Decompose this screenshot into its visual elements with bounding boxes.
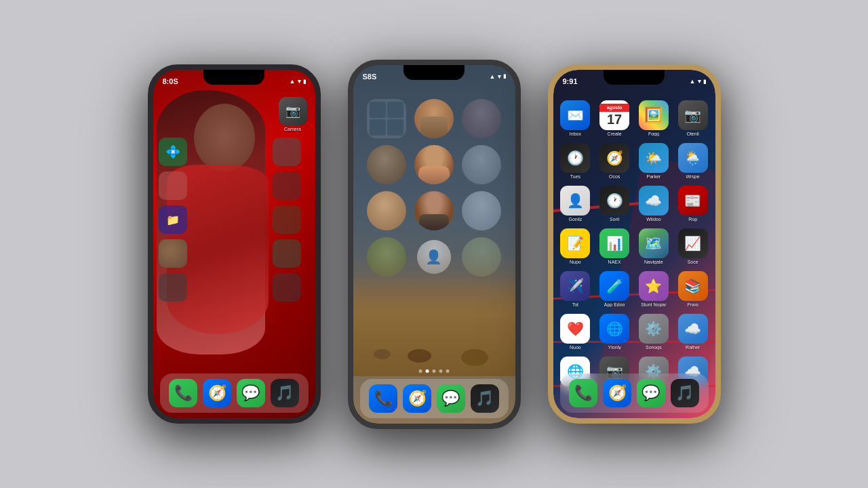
app-wrapper-contacts[interactable]: 👤 Gonilz xyxy=(557,186,594,222)
dock-safari-center[interactable]: 🧭 xyxy=(403,384,431,413)
app-label-weather3: Wildoo xyxy=(646,217,660,222)
dot-1 xyxy=(419,369,422,373)
right-app-grid: ✉️ Inbox agosto 17 Create 🖼️ Fogg 📷 Ot xyxy=(557,100,711,396)
app-wrapper-health[interactable]: ❤️ Nuoo xyxy=(557,314,594,350)
dock-center: 📞 🧭 💬 🎵 xyxy=(360,379,509,418)
app-r3[interactable] xyxy=(273,205,301,234)
contact-5[interactable] xyxy=(367,191,408,230)
avatar-3 xyxy=(367,145,406,184)
avatar-person-2 xyxy=(414,191,454,230)
dock-music-left[interactable]: 🎵 xyxy=(271,379,299,407)
app-wrapper-maps[interactable]: 🗺️ Navigate xyxy=(635,228,672,264)
app-label-weather1: Parker xyxy=(647,174,661,179)
app-r1[interactable] xyxy=(273,138,301,166)
status-icons-right: ▲ ▾ ▮ xyxy=(690,78,706,85)
app-2[interactable] xyxy=(159,171,187,200)
app-icon-weather3: ☁️ xyxy=(639,186,669,216)
phone-center: S8S ▲ ▾ ▮ xyxy=(348,60,521,429)
contact-folder[interactable] xyxy=(367,99,408,138)
app-wrapper-weather3[interactable]: ☁️ Wildoo xyxy=(635,186,672,222)
app-icon-itunes: ⭐ xyxy=(639,271,669,301)
app-wrapper-mail[interactable]: ✉️ Inbox xyxy=(557,100,594,136)
right-apps-col xyxy=(273,138,310,302)
dock-phone-right[interactable]: 📞 xyxy=(569,379,597,407)
app-wrapper-weather2[interactable]: 🌦️ Wrspe xyxy=(675,143,711,179)
dock-phone-center[interactable]: 📞 xyxy=(369,384,397,413)
wifi-icon-right: ▾ xyxy=(698,78,701,85)
app-icon-weather2: 🌦️ xyxy=(678,143,708,173)
app-wrapper-photos[interactable]: 🖼️ Fogg xyxy=(635,100,672,136)
app-5[interactable] xyxy=(159,273,187,302)
app-r4[interactable] xyxy=(273,239,301,268)
signal-icon-right: ▲ xyxy=(690,78,696,85)
app-wrapper-news[interactable]: 📰 Rop xyxy=(675,186,711,222)
app-icon-contacts: 👤 xyxy=(560,186,590,216)
contact-3[interactable] xyxy=(367,145,408,184)
dock-phone-left[interactable]: 📞 xyxy=(169,379,197,407)
contact-person-2[interactable] xyxy=(414,191,454,230)
phone-left: 8:0S ▲ ▾ ▮ 📷 Camera xyxy=(148,64,321,424)
app-wrapper-rather[interactable]: ☁️ Rather xyxy=(675,314,711,350)
app-wrapper-camera[interactable]: 📷 Otenll xyxy=(675,100,711,136)
app-photo1[interactable] xyxy=(159,239,187,268)
dot-2 xyxy=(426,369,429,373)
app-wrapper-settings[interactable]: ⚙️ Sonogs xyxy=(635,314,672,350)
avatar-4 xyxy=(462,145,501,184)
time-center: S8S xyxy=(363,73,377,81)
avatar-shoulders-1 xyxy=(418,166,450,184)
dock-safari-left[interactable]: 🧭 xyxy=(203,379,231,407)
app-wrapper-tot[interactable]: ✈️ Tot xyxy=(557,271,594,307)
app-icon-weather1: 🌤️ xyxy=(639,143,669,173)
app-wrapper-stocks[interactable]: 📈 Soce xyxy=(675,228,711,264)
notch-right xyxy=(604,70,665,85)
app-wrapper-books[interactable]: 📚 Fnoo xyxy=(675,271,711,307)
battery-icon-left: ▮ xyxy=(303,79,306,85)
app-r5[interactable] xyxy=(273,273,301,302)
app-icon-compass: 🧭 xyxy=(599,143,629,173)
contact-person-1[interactable] xyxy=(414,145,454,184)
contact-6[interactable] xyxy=(461,191,502,230)
app-icon-camera: 📷 xyxy=(678,100,708,130)
app-wrapper-clock2[interactable]: 🕐 Soril xyxy=(596,186,633,222)
app-wrapper-translate[interactable]: 🌐 Ylonly xyxy=(596,314,633,350)
app-r2[interactable] xyxy=(273,171,301,200)
app-wrapper-notes[interactable]: 📝 Nupo xyxy=(557,228,594,264)
app-icon-books: 📚 xyxy=(678,271,708,301)
app-wrapper-compass[interactable]: 🧭 Ocos xyxy=(596,143,633,179)
dock-safari-right[interactable]: 🧭 xyxy=(603,379,631,407)
app-wrapper-clock[interactable]: 🕐 Tues xyxy=(557,143,594,179)
dock-messages-left[interactable]: 💬 xyxy=(237,379,265,407)
app-1[interactable]: 💠 xyxy=(159,138,187,166)
app-folder[interactable]: 📁 xyxy=(159,205,187,234)
app-label-rather: Rather xyxy=(686,345,700,350)
contact-2[interactable] xyxy=(461,99,502,138)
dock-messages-center[interactable]: 💬 xyxy=(437,384,465,413)
app-wrapper-appstore[interactable]: 🧪 App Edoo xyxy=(596,271,633,307)
app-label-itunes: Stunt Nopar xyxy=(641,302,666,307)
contact-1[interactable] xyxy=(414,99,454,138)
app-icon-maps: 🗺️ xyxy=(639,228,669,258)
calendar-month: agosto xyxy=(599,104,629,112)
dock-music-center[interactable]: 🎵 xyxy=(471,384,499,413)
app-wrapper-numbers[interactable]: 📊 NAEX xyxy=(596,228,633,264)
dock-music-right[interactable]: 🎵 xyxy=(671,379,699,407)
app-label-contacts: Gonilz xyxy=(568,217,582,222)
app-wrapper-weather1[interactable]: 🌤️ Parker xyxy=(635,143,672,179)
dock-messages-right[interactable]: 💬 xyxy=(637,379,665,407)
dock-right: 📞 🧭 💬 🎵 xyxy=(560,373,709,413)
camera-app-wrapper[interactable]: 📷 Camera xyxy=(279,97,307,131)
phone-left-body: 8:0S ▲ ▾ ▮ 📷 Camera xyxy=(148,64,321,424)
face-area xyxy=(194,104,255,171)
mars-landscape xyxy=(353,254,515,376)
contact-4[interactable] xyxy=(461,145,502,184)
app-icon-translate: 🌐 xyxy=(599,314,629,344)
app-wrapper-calendar[interactable]: agosto 17 Create xyxy=(596,100,633,136)
app-icon-clock: 🕐 xyxy=(560,143,590,173)
app-wrapper-itunes[interactable]: ⭐ Stunt Nopar xyxy=(635,271,672,307)
phone-center-body: S8S ▲ ▾ ▮ xyxy=(348,60,521,429)
app-label-health: Nuoo xyxy=(570,345,581,350)
app-label-compass: Ocos xyxy=(609,174,620,179)
app-icon-appstore: 🧪 xyxy=(599,271,629,301)
app-label-tot: Tot xyxy=(572,302,578,307)
avatar-shoulders-2 xyxy=(419,214,449,230)
